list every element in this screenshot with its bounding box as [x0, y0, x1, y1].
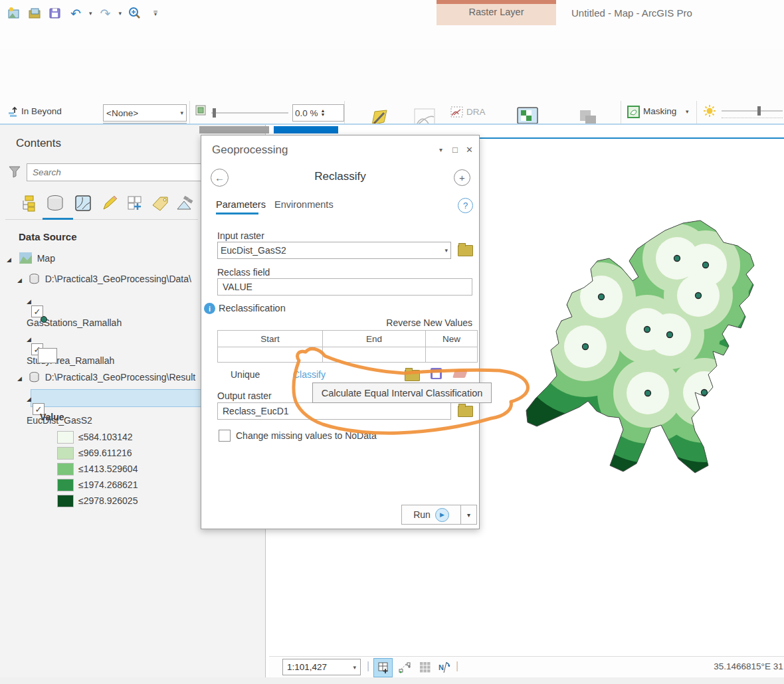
run-dropdown-button[interactable]: ▾ — [460, 505, 477, 525]
save-project-icon[interactable] — [48, 6, 62, 21]
masking-icon — [627, 106, 640, 122]
open-project-icon[interactable] — [27, 6, 42, 21]
list-by-drawing-order-icon[interactable] — [19, 193, 39, 214]
chevron-down-icon: ▾ — [353, 664, 356, 671]
reclass-field-label: Reclass field — [217, 267, 270, 278]
snapping-button[interactable] — [395, 658, 413, 676]
spinner-arrows-icon[interactable]: ▲▼ — [321, 109, 326, 117]
legend-swatch[interactable] — [57, 431, 74, 444]
grid-button[interactable] — [416, 658, 434, 676]
browse-folder-icon[interactable] — [458, 245, 473, 256]
unique-link[interactable]: Unique — [231, 369, 260, 380]
list-by-editing-icon[interactable] — [100, 193, 120, 214]
table-row[interactable] — [218, 347, 478, 363]
zoom-tool-icon[interactable] — [128, 6, 142, 21]
add-to-model-icon[interactable]: + — [454, 169, 470, 186]
run-button[interactable]: Run ▶ — [401, 505, 461, 525]
layout-grid-button[interactable] — [373, 658, 393, 677]
new-project-icon[interactable] — [7, 6, 21, 21]
chevron-down-icon: ▾ — [444, 247, 448, 254]
geodatabase-icon — [29, 372, 39, 383]
expand-icon[interactable]: ◢ — [7, 256, 11, 263]
brightness-slider-thumb[interactable] — [757, 106, 761, 116]
dra-toggle[interactable]: DRA — [466, 107, 486, 117]
redo-icon[interactable]: ↷ — [98, 6, 113, 21]
transparency-spinner[interactable]: 0.0 % ▲▼ — [292, 104, 344, 122]
view-tab-active[interactable] — [274, 126, 338, 133]
browse-folder-icon[interactable] — [458, 406, 473, 417]
list-by-snapping-icon[interactable] — [125, 193, 145, 214]
window-title: Untitled - Map - ArcGIS Pro — [571, 7, 692, 19]
transparency-slider[interactable] — [211, 112, 288, 114]
north-arrow-button[interactable]: N — [435, 658, 453, 676]
tree-item-gdb-result[interactable]: ◢ D:\Practical3_GeoProcessing\Result — [17, 372, 195, 383]
in-beyond-label[interactable]: In Beyond — [21, 106, 62, 116]
masking-button[interactable]: Masking — [643, 106, 676, 116]
classify-link[interactable]: Classify — [293, 369, 326, 380]
tree-item-map[interactable]: ◢ Map — [7, 252, 55, 264]
save-classification-icon[interactable] — [431, 368, 442, 379]
nodata-label: Change missing values to NoData — [236, 430, 377, 441]
undo-dropdown-icon[interactable]: ▾ — [89, 10, 92, 17]
polygon-symbol[interactable] — [38, 348, 57, 363]
expand-icon[interactable]: ◢ — [27, 298, 31, 305]
expand-icon[interactable]: ◢ — [27, 396, 31, 402]
legend-label: ≤2978.926025 — [78, 495, 138, 506]
reclass-field-input[interactable] — [217, 278, 472, 296]
expand-icon[interactable]: ◢ — [17, 375, 22, 382]
data-source-header: Data Source — [19, 231, 77, 242]
input-raster-dropdown[interactable]: EucDist_GasS2▾ — [217, 242, 451, 259]
ribbon: In Beyond <None>▾ Out Beyond <None>▾ Cle… — [0, 49, 784, 124]
redo-dropdown-icon[interactable]: ▾ — [119, 10, 122, 17]
info-icon[interactable]: i — [204, 303, 215, 314]
brightness-sun-icon — [703, 104, 716, 120]
chevron-down-icon[interactable]: ▾ — [686, 108, 689, 115]
nodata-checkbox[interactable] — [219, 430, 231, 442]
list-by-data-source-icon[interactable] — [45, 193, 65, 214]
quick-access-toolbar: ↶ ▾ ↷ ▾ ═▾ — [7, 5, 163, 22]
coordinates-readout: 35.1466815°E 31.8 — [684, 661, 784, 671]
run-play-icon: ▶ — [435, 508, 449, 522]
scale-dropdown[interactable]: 1:101,427▾ — [282, 659, 361, 675]
list-by-selection-icon[interactable] — [73, 193, 93, 214]
expand-icon[interactable]: ◢ — [17, 277, 22, 284]
point-symbol[interactable] — [40, 314, 48, 326]
col-end: End — [323, 331, 426, 347]
output-raster-input[interactable] — [217, 402, 451, 420]
legend-swatch[interactable] — [57, 479, 74, 491]
toolbar-overflow-icon[interactable]: ═▾ — [148, 6, 163, 21]
legend-swatch[interactable] — [57, 495, 74, 507]
geodatabase-icon — [29, 274, 39, 284]
tree-item-gdb-data[interactable]: ◢ D:\Practical3_GeoProcessing\Data\ — [17, 274, 191, 284]
legend-swatch[interactable] — [57, 447, 74, 460]
in-beyond-dropdown[interactable]: <None>▾ — [103, 104, 187, 122]
distance-raster-map[interactable] — [525, 219, 784, 478]
panel-maximize-icon[interactable]: □ — [452, 145, 458, 155]
svg-text:N: N — [439, 663, 444, 671]
filter-funnel-icon[interactable] — [8, 165, 21, 181]
panel-close-icon[interactable]: ✕ — [466, 145, 473, 155]
reclass-table[interactable]: Start End New — [217, 330, 478, 363]
search-input[interactable] — [27, 163, 226, 181]
help-icon[interactable]: ? — [458, 198, 473, 213]
ribbon-tab-row: Project Map Insert Analysis View Edit Im… — [0, 25, 784, 49]
active-pane-border — [480, 137, 784, 139]
title-bar: ↶ ▾ ↷ ▾ ═▾ Raster Layer Untitled - Map -… — [0, 0, 784, 25]
view-tab-inactive[interactable] — [199, 126, 269, 133]
list-by-labeling-icon[interactable] — [150, 193, 170, 214]
tab-parameters[interactable]: Parameters — [216, 199, 266, 210]
list-by-charts-icon[interactable] — [175, 193, 195, 214]
contextual-accent-strip — [437, 0, 556, 4]
legend-label: ≤584.103142 — [78, 432, 133, 442]
transparency-slider-thumb[interactable] — [213, 108, 216, 118]
load-classification-folder-icon[interactable] — [405, 370, 420, 381]
legend-swatch[interactable] — [57, 463, 74, 475]
undo-icon[interactable]: ↶ — [68, 6, 83, 21]
tab-environments[interactable]: Environments — [274, 199, 334, 210]
remove-classification-icon[interactable] — [452, 370, 468, 378]
reverse-new-values-link[interactable]: Reverse New Values — [217, 317, 472, 328]
expand-icon[interactable]: ◢ — [27, 336, 31, 343]
brightness-slider[interactable] — [722, 110, 783, 112]
panel-collapse-icon[interactable]: ▾ — [439, 146, 442, 153]
tooltip: Calculate Equal Interval Classification — [312, 383, 492, 403]
